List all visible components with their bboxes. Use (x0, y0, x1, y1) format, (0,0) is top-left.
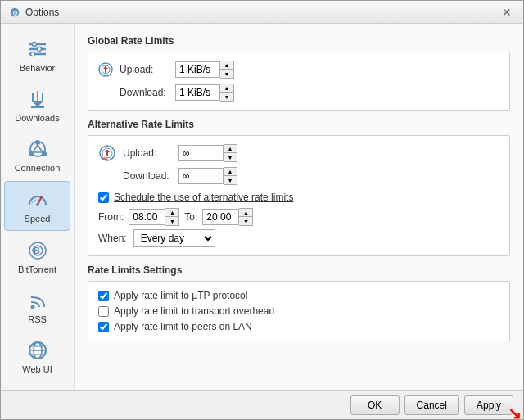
global-download-value[interactable] (175, 84, 220, 101)
alt-download-down[interactable]: ▼ (224, 176, 237, 184)
sidebar-item-rss[interactable]: RSS (4, 282, 70, 331)
to-time-up[interactable]: ▲ (239, 209, 252, 217)
svg-line-15 (38, 145, 43, 152)
schedule-checkbox[interactable] (98, 192, 109, 203)
sidebar-behavior-label: Behavior (20, 63, 55, 73)
sidebar-bittorrent-label: BitTorrent (18, 264, 56, 274)
rate-limits-settings-box: Apply rate limit to µTP protocol Apply r… (88, 281, 510, 341)
sidebar-item-webui[interactable]: Web UI (4, 332, 70, 381)
global-download-up[interactable]: ▲ (220, 84, 233, 93)
alt-upload-spinners: ▲ ▼ (224, 144, 237, 162)
window-icon: ⚙ (9, 7, 20, 18)
utp-checkbox-label[interactable]: Apply rate limit to µTP protocol (114, 290, 247, 301)
behavior-icon (26, 38, 49, 61)
alt-download-value[interactable] (178, 168, 224, 184)
global-rate-limits-box: Upload: ▲ ▼ Download: (88, 52, 510, 111)
utp-checkbox[interactable] (98, 291, 109, 301)
utp-checkbox-row[interactable]: Apply rate limit to µTP protocol (98, 290, 499, 301)
ok-button[interactable]: OK (350, 395, 400, 415)
alt-upload-row: Upload: ▲ ▼ (98, 144, 499, 162)
rate-limits-settings-title: Rate Limits Settings (88, 264, 510, 276)
svg-point-6 (37, 47, 41, 52)
schedule-checkbox-row[interactable]: Schedule the use of alternative rate lim… (98, 192, 499, 203)
global-upload-value[interactable] (175, 61, 220, 78)
when-select[interactable]: Every day Weekdays Weekends (133, 229, 215, 247)
lan-checkbox-row[interactable]: Apply rate limit to peers on LAN (98, 321, 499, 332)
sidebar-connection-label: Connection (15, 163, 61, 173)
schedule-time-row: From: ▲ ▼ To: ▲ (98, 208, 499, 226)
alt-rate-limits-section: Alternative Rate Limits Upl (88, 119, 510, 256)
to-label: To: (184, 211, 197, 223)
apply-button-container: Apply ↘ (464, 395, 513, 415)
sidebar-rss-label: RSS (28, 314, 47, 324)
sidebar-item-connection[interactable]: Connection (4, 131, 70, 179)
from-time-up[interactable]: ▲ (165, 209, 178, 217)
svg-point-7 (30, 52, 34, 56)
global-download-spinners: ▲ ▼ (220, 84, 234, 102)
sidebar: Behavior Downloads (1, 24, 75, 390)
sidebar-item-speed[interactable]: Speed (4, 181, 70, 231)
global-upload-up[interactable]: ▲ (220, 61, 233, 70)
global-upload-spinners: ▲ ▼ (220, 61, 234, 79)
rate-limits-settings-section: Rate Limits Settings Apply rate limit to… (88, 264, 510, 341)
from-time-down[interactable]: ▼ (165, 217, 178, 225)
apply-button[interactable]: Apply (464, 395, 513, 415)
global-upload-down[interactable]: ▼ (220, 70, 233, 78)
transport-checkbox[interactable] (98, 306, 109, 317)
alt-upload-up[interactable]: ▲ (224, 145, 237, 153)
to-time-down[interactable]: ▼ (239, 217, 252, 225)
alt-upload-label: Upload: (123, 147, 172, 159)
to-time-spinners: ▲ ▼ (239, 208, 253, 226)
from-time-input[interactable]: ▲ ▼ (129, 208, 179, 226)
sidebar-item-downloads[interactable]: Downloads (4, 81, 70, 129)
svg-point-18 (36, 203, 39, 206)
close-button[interactable]: ✕ (499, 6, 515, 19)
to-time-value[interactable] (202, 209, 239, 225)
connection-icon (26, 138, 49, 160)
svg-text:B: B (34, 246, 40, 255)
sidebar-item-bittorrent[interactable]: B BitTorrent (4, 233, 70, 281)
schedule-checkbox-label[interactable]: Schedule the use of alternative rate lim… (114, 192, 293, 203)
from-label: From: (98, 211, 124, 223)
global-download-down[interactable]: ▼ (220, 93, 233, 101)
sidebar-downloads-label: Downloads (15, 113, 59, 123)
sidebar-item-advanced[interactable]: Advanced (4, 382, 70, 390)
webui-icon (26, 339, 49, 362)
rss-icon (26, 289, 49, 312)
when-row: When: Every day Weekdays Weekends (98, 229, 499, 247)
alt-rate-limits-box: Upload: ▲ ▼ Download: (88, 135, 510, 256)
svg-text:⚙: ⚙ (12, 9, 18, 16)
global-download-label: Download: (120, 87, 169, 98)
cancel-button[interactable]: Cancel (404, 395, 459, 415)
alt-upload-value[interactable] (178, 145, 224, 161)
window-title: Options (25, 7, 494, 18)
global-upload-row: Upload: ▲ ▼ (98, 61, 499, 79)
alt-download-spinners: ▲ ▼ (224, 167, 237, 185)
svg-line-14 (33, 145, 38, 152)
alt-download-label: Download: (123, 170, 172, 182)
downloads-icon (26, 88, 49, 111)
sidebar-item-behavior[interactable]: Behavior (4, 31, 70, 79)
bittorrent-icon: B (26, 239, 49, 262)
global-download-input[interactable]: ▲ ▼ (175, 84, 234, 102)
global-upload-label: Upload: (120, 64, 169, 75)
sidebar-webui-label: Web UI (22, 364, 52, 374)
sidebar-speed-label: Speed (25, 214, 51, 224)
lan-checkbox[interactable] (98, 322, 109, 332)
main-panel: Global Rate Limits Upload: (75, 24, 523, 390)
transport-checkbox-label[interactable]: Apply rate limit to transport overhead (114, 305, 274, 317)
lan-checkbox-label[interactable]: Apply rate limit to peers on LAN (114, 321, 252, 332)
transport-checkbox-row[interactable]: Apply rate limit to transport overhead (98, 305, 499, 317)
to-time-input[interactable]: ▲ ▼ (202, 208, 253, 226)
alt-rate-limits-title: Alternative Rate Limits (88, 119, 510, 130)
from-time-value[interactable] (129, 209, 165, 225)
alt-download-up[interactable]: ▲ (224, 168, 237, 176)
alt-upload-input[interactable]: ▲ ▼ (178, 144, 237, 162)
footer: OK Cancel Apply ↘ (1, 390, 523, 419)
options-window: ⚙ Options ✕ Behavior (0, 0, 524, 420)
content-area: Behavior Downloads (1, 24, 523, 390)
alt-upload-down[interactable]: ▼ (224, 153, 237, 161)
alt-download-input[interactable]: ▲ ▼ (178, 167, 237, 185)
speed-icon (26, 188, 49, 211)
global-upload-input[interactable]: ▲ ▼ (175, 61, 234, 79)
